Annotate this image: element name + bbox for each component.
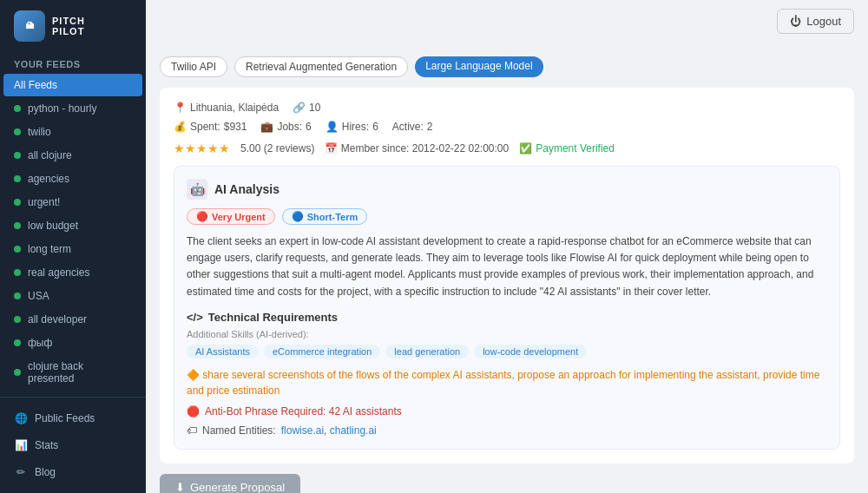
- logout-label: Logout: [806, 15, 841, 28]
- badge-row: 🔴 Very Urgent 🔵 Short-Term: [187, 208, 827, 225]
- ai-icon: 🤖: [187, 179, 207, 200]
- sidebar-item-urgent![interactable]: urgent!: [3, 191, 142, 214]
- tags-row: Twilio APIRetrieval Augmented Generation…: [160, 56, 854, 77]
- job-tag[interactable]: Retrieval Augmented Generation: [234, 56, 408, 77]
- nav-dot: [14, 246, 21, 253]
- sidebar-item-clojure-back-presented[interactable]: clojure back presented: [3, 355, 142, 390]
- bottom-item-public-feeds[interactable]: 🌐Public Feeds: [3, 405, 142, 431]
- nav-item-label: low budget: [28, 220, 78, 232]
- nav-dot: [14, 293, 21, 299]
- skill-tag: eCommerce integration: [264, 345, 380, 358]
- nav-item-label: USA: [28, 290, 49, 302]
- analysis-header: 🤖 AI Analysis: [187, 179, 827, 200]
- skills-label: Additional Skills (AI-derived):: [187, 329, 827, 339]
- nav-dot: [14, 369, 21, 376]
- location-pin-icon: 📍: [174, 102, 187, 114]
- skill-tag: AI Assistants: [187, 345, 259, 358]
- connections-icon: 🔗: [293, 102, 306, 114]
- nav-dot: [14, 339, 21, 346]
- tech-requirements-header: </> Technical Requirements: [187, 311, 827, 324]
- nav-dot: [14, 316, 21, 323]
- nav-item-label: agencies: [28, 173, 69, 185]
- sidebar-item-usa[interactable]: USA: [3, 285, 142, 307]
- analysis-section: 🤖 AI Analysis 🔴 Very Urgent 🔵 Short-Term…: [174, 166, 840, 450]
- main-content: Twilio APIRetrieval Augmented Generation…: [146, 43, 868, 493]
- sidebar-section-title: YOUR FEEDS: [0, 52, 146, 73]
- antibot-text: 🛑 Anti-Bot Phrase Required: 42 AI assist…: [187, 405, 827, 417]
- nav-dot: [14, 199, 21, 206]
- code-icon: </>: [187, 311, 203, 324]
- sidebar-item-python---hourly[interactable]: python - hourly: [3, 97, 142, 120]
- jobs-stat: 💼 Jobs: 6: [260, 121, 311, 133]
- sidebar-nav: All Feedspython - hourlytwilioall clojur…: [0, 73, 146, 397]
- bottom-item-label: Blog: [35, 466, 56, 478]
- nav-dot: [14, 269, 21, 276]
- nav-item-label: twilio: [28, 126, 51, 138]
- nav-item-label: All Feeds: [14, 79, 57, 91]
- antibot-icon: 🛑: [187, 405, 200, 417]
- rating-row: ★★★★★ 5.00 (2 reviews) 📅 Member since: 2…: [174, 141, 840, 155]
- jobs-icon: 💼: [260, 121, 273, 133]
- skills-row: AI AssistantseCommerce integrationlead g…: [187, 345, 827, 358]
- sidebar-item-twilio[interactable]: twilio: [3, 121, 142, 143]
- nav-dot: [14, 128, 21, 135]
- hires-stat: 👤 Hires: 6: [326, 121, 378, 133]
- sidebar-item-фыф[interactable]: фыф: [3, 332, 142, 354]
- member-since: 📅 Member since: 2012-02-22 02:00:00: [325, 142, 509, 154]
- spent-stat: 💰 Spent: $931: [174, 121, 247, 133]
- nav-dot: [14, 222, 21, 229]
- job-card: 📍 Lithuania, Klaipėda 🔗 10 💰 Spent: $931…: [160, 88, 854, 463]
- generate-proposal-button[interactable]: ⬇ Generate Proposal: [160, 474, 300, 493]
- entity-links: flowise.ai, chatling.ai: [281, 424, 377, 437]
- sidebar-item-all-developer[interactable]: all developer: [3, 308, 142, 331]
- stars: ★★★★★: [174, 141, 230, 155]
- nav-item-label: real agencies: [28, 266, 89, 279]
- skill-tag: low-code development: [474, 345, 587, 358]
- bottom-item-blog[interactable]: ✏Blog: [3, 459, 142, 485]
- location-row: 📍 Lithuania, Klaipėda 🔗 10: [174, 102, 840, 114]
- entities-row: 🏷 Named Entities: flowise.ai, chatling.a…: [187, 424, 827, 437]
- generate-icon: ⬇: [175, 481, 185, 493]
- rating-value: 5.00 (2 reviews): [240, 142, 314, 154]
- bottom-item-stats[interactable]: 📊Stats: [3, 432, 142, 458]
- nav-item-label: all clojure: [28, 149, 72, 161]
- logout-button[interactable]: ⏻ Logout: [777, 9, 854, 34]
- sidebar: 🏔 PITCHPILOT YOUR FEEDS All Feedspython …: [0, 0, 146, 493]
- logout-icon: ⏻: [790, 15, 801, 28]
- job-tag[interactable]: Large Language Model: [415, 56, 542, 77]
- job-tag[interactable]: Twilio API: [160, 56, 227, 77]
- sidebar-item-all-feeds[interactable]: All Feeds: [3, 74, 142, 96]
- spent-icon: 💰: [174, 121, 187, 133]
- sidebar-item-real-agencies[interactable]: real agencies: [3, 261, 142, 284]
- page-wrapper: ⏻ Logout Twilio APIRetrieval Augmented G…: [146, 0, 868, 493]
- bottom-item-label: Public Feeds: [35, 412, 95, 424]
- instruction-icon: 🔶: [187, 369, 200, 381]
- entity-link-chatling.ai[interactable]: chatling.ai: [330, 424, 377, 437]
- nav-dot: [14, 152, 21, 159]
- nav-item-label: all developer: [28, 313, 87, 325]
- instruction-text: 🔶 share several screenshots of the flows…: [187, 367, 827, 398]
- top-bar: ⏻ Logout: [146, 0, 868, 43]
- stats-row: 💰 Spent: $931 💼 Jobs: 6 👤 Hires: 6 Activ…: [174, 121, 840, 133]
- nav-item-label: urgent!: [28, 196, 60, 208]
- sidebar-item-all-clojure[interactable]: all clojure: [3, 144, 142, 167]
- analysis-description: The client seeks an expert in low-code A…: [187, 233, 827, 300]
- logo: 🏔 PITCHPILOT: [0, 0, 146, 52]
- bottom-item-label: Stats: [35, 439, 58, 451]
- nav-dot: [14, 175, 21, 182]
- sidebar-item-long-term[interactable]: long term: [3, 238, 142, 260]
- payment-verified: ✅ Payment Verified: [519, 142, 615, 154]
- entity-link-flowise.ai[interactable]: flowise.ai: [281, 424, 324, 437]
- nav-item-label: python - hourly: [28, 102, 96, 115]
- sidebar-item-agencies[interactable]: agencies: [3, 168, 142, 190]
- hires-icon: 👤: [326, 121, 339, 133]
- analysis-title: AI Analysis: [214, 182, 279, 196]
- urgent-badge: 🔴 Very Urgent: [187, 208, 275, 225]
- logo-text: PITCHPILOT: [52, 16, 85, 36]
- connections: 🔗 10: [293, 102, 320, 114]
- urgent-icon: 🔴: [196, 211, 208, 222]
- short-term-icon: 🔵: [292, 211, 304, 222]
- location: 📍 Lithuania, Klaipėda: [174, 102, 279, 114]
- sidebar-item-low-budget[interactable]: low budget: [3, 214, 142, 237]
- nav-dot: [14, 105, 21, 112]
